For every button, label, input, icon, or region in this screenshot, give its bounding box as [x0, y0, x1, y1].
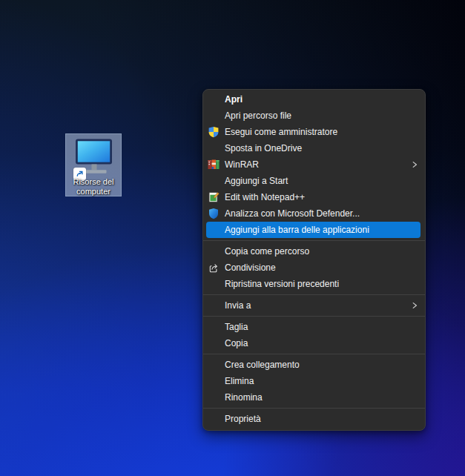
menu-item-analizza-con-microsoft-defender[interactable]: Analizza con Microsoft Defender...: [203, 205, 425, 222]
menu-item-label: Invia a: [225, 300, 251, 311]
menu-separator: [203, 354, 425, 354]
menu-item-label: Aggiungi a Start: [225, 176, 288, 186]
menu-item-apri[interactable]: Apri: [203, 91, 425, 108]
menu-item-label: Elimina: [225, 376, 254, 386]
menu-item-label: Apri: [225, 94, 243, 105]
menu-separator: [203, 240, 425, 241]
menu-separator: [203, 316, 425, 317]
defender-icon: [208, 208, 220, 219]
menu-item-apri-percorso-file[interactable]: Apri percorso file: [203, 108, 425, 124]
menu-item-label: WinRAR: [225, 159, 259, 170]
menu-item-sposta-in-onedrive[interactable]: Sposta in OneDrive: [203, 140, 425, 156]
menu-item-rinomina[interactable]: Rinomina: [203, 389, 425, 406]
menu-item-aggiungi-alla-barra-delle-applicazioni[interactable]: Aggiungi alla barra delle applicazioni: [203, 222, 425, 238]
winrar-icon: [208, 159, 220, 171]
menu-item-label: Rinomina: [225, 392, 263, 403]
submenu-chevron-icon: [411, 302, 418, 309]
menu-item-label: Aggiungi alla barra delle applicazioni: [225, 225, 369, 235]
menu-item-ripristina-versioni-precedenti[interactable]: Ripristina versioni precedenti: [203, 276, 425, 292]
menu-item-aggiungi-a-start[interactable]: Aggiungi a Start: [203, 173, 425, 189]
submenu-chevron-icon: [411, 161, 418, 168]
desktop-icon-label: Risorse del computer: [62, 177, 125, 196]
menu-item-label: Ripristina versioni precedenti: [225, 279, 339, 289]
menu-item-invia-a[interactable]: Invia a: [203, 297, 425, 314]
desktop-icon-risorse-del-computer[interactable]: Risorse del computer: [65, 133, 122, 196]
menu-item-crea-collegamento[interactable]: Crea collegamento: [203, 357, 425, 373]
share-icon: [208, 262, 220, 274]
menu-item-label: Apri percorso file: [225, 110, 291, 121]
menu-item-winrar[interactable]: WinRAR: [203, 156, 425, 173]
uac-shield-icon: [208, 126, 220, 138]
notepadpp-icon: [208, 191, 220, 203]
menu-item-label: Edit with Notepad++: [225, 192, 305, 202]
menu-item-condivisione[interactable]: Condivisione: [203, 260, 425, 276]
menu-item-label: Analizza con Microsoft Defender...: [225, 208, 360, 219]
menu-separator: [203, 294, 425, 295]
menu-item-copia[interactable]: Copia: [203, 335, 425, 351]
menu-item-label: Esegui come amministratore: [225, 127, 337, 137]
menu-item-label: Condivisione: [225, 262, 276, 273]
menu-item-esegui-come-amministratore[interactable]: Esegui come amministratore: [203, 124, 425, 140]
menu-item-label: Sposta in OneDrive: [225, 143, 302, 153]
menu-item-label: Taglia: [225, 322, 248, 332]
menu-item-proprieta[interactable]: Proprietà: [203, 411, 425, 427]
context-menu: ApriApri percorso fileEsegui come ammini…: [202, 89, 426, 431]
menu-item-label: Proprietà: [225, 414, 261, 424]
menu-item-label: Crea collegamento: [225, 360, 300, 370]
menu-item-copia-come-percorso[interactable]: Copia come percorso: [203, 243, 425, 260]
desktop: { "desktop_icon": { "label_line1": "Riso…: [0, 0, 465, 476]
menu-item-elimina[interactable]: Elimina: [203, 373, 425, 389]
menu-separator: [203, 408, 425, 409]
menu-item-taglia[interactable]: Taglia: [203, 319, 425, 335]
menu-item-label: Copia: [225, 338, 248, 348]
menu-item-label: Copia come percorso: [225, 246, 309, 257]
menu-item-edit-with-notepadpp[interactable]: Edit with Notepad++: [203, 189, 425, 205]
